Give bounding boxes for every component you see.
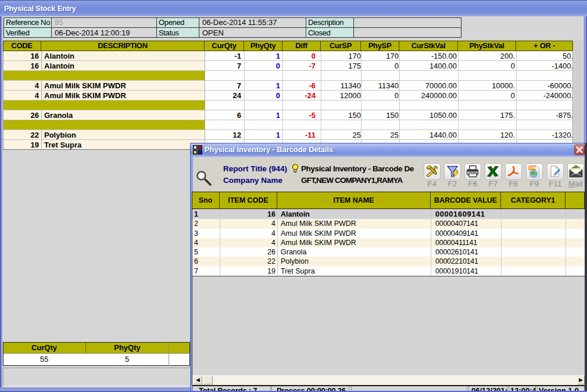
svg-text:HTML: HTML	[529, 166, 538, 170]
